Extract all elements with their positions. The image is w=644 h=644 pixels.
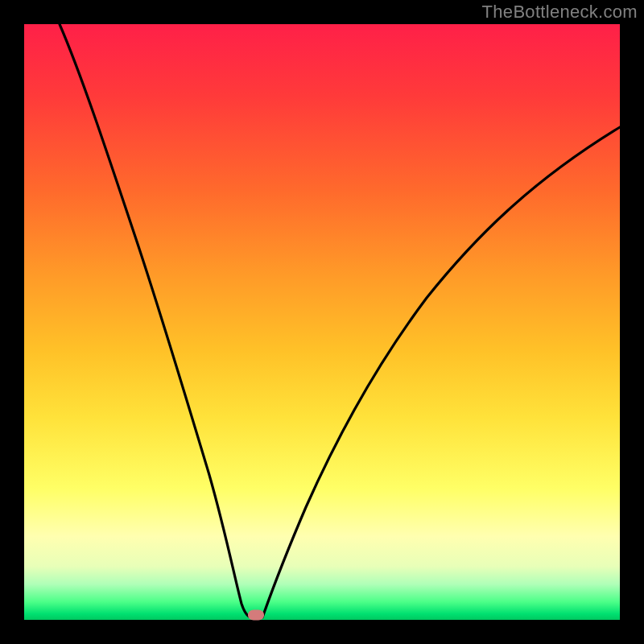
optimal-point-marker	[248, 610, 264, 621]
chart-frame: TheBottleneck.com	[0, 0, 644, 644]
curve-path	[60, 24, 620, 617]
watermark-text: TheBottleneck.com	[482, 2, 638, 23]
plot-area	[24, 24, 620, 620]
bottleneck-curve	[24, 24, 620, 620]
